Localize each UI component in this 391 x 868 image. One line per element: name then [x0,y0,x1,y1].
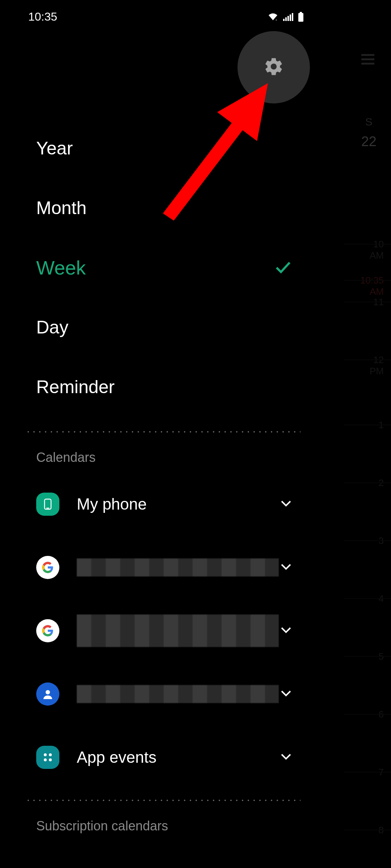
calendar-account-row[interactable] [0,536,326,599]
calendar-accounts-list: My phoneApp events [0,472,326,789]
svg-point-17 [44,758,47,761]
google-icon [36,556,59,579]
view-option-reminder[interactable]: Reminder [36,357,326,417]
battery-icon [298,12,304,22]
svg-rect-7 [287,16,289,21]
chevron-down-icon[interactable] [279,623,293,639]
settings-button[interactable] [237,31,310,103]
subscription-section-header: Subscription calendars [0,801,326,841]
calendar-label-redacted [77,614,279,647]
calendar-account-row[interactable]: My phone [0,472,326,536]
svg-point-15 [44,753,47,756]
view-label: Month [36,197,87,218]
svg-rect-11 [298,13,303,22]
calendars-section-header: Calendars [0,433,326,472]
calendar-label: My phone [77,495,279,513]
view-label: Year [36,138,73,159]
svg-rect-10 [300,12,302,13]
calendar-account-row[interactable]: App events [0,726,326,789]
appevt-icon [36,746,59,769]
view-option-week[interactable]: Week [36,238,326,297]
calendar-label-redacted [77,558,279,576]
contact-icon [36,682,59,706]
view-option-day[interactable]: Day [36,297,326,357]
svg-rect-6 [285,17,287,21]
calendar-label-redacted [77,685,279,703]
chevron-down-icon[interactable] [279,496,293,512]
calendar-account-row[interactable] [0,599,326,662]
chevron-down-icon[interactable] [279,686,293,702]
svg-rect-9 [292,13,293,21]
view-label: Week [36,256,86,279]
phone-icon [36,493,59,516]
calendar-label: App events [77,748,279,766]
view-option-month[interactable]: Month [36,178,326,238]
svg-point-18 [49,758,52,761]
svg-rect-8 [290,14,291,21]
chevron-down-icon[interactable] [279,559,293,575]
status-bar: 10:35 + [0,0,326,28]
chevron-down-icon[interactable] [279,749,293,765]
svg-text:+: + [276,18,277,22]
svg-point-16 [49,753,52,756]
drawer-scrim[interactable] [326,0,391,868]
view-label: Reminder [36,376,115,397]
wifi-icon: + [267,12,279,22]
view-option-year[interactable]: Year [36,118,326,178]
calendar-account-row[interactable] [0,662,326,726]
view-label: Day [36,317,68,338]
navigation-drawer: 10:35 + YearMonthWeekDayReminder Calenda… [0,0,326,868]
svg-rect-5 [283,19,285,21]
check-icon [274,258,293,278]
svg-point-14 [46,690,50,694]
gear-icon [264,56,284,78]
status-time: 10:35 [28,10,57,24]
google-icon [36,619,59,642]
signal-icon [283,12,293,22]
